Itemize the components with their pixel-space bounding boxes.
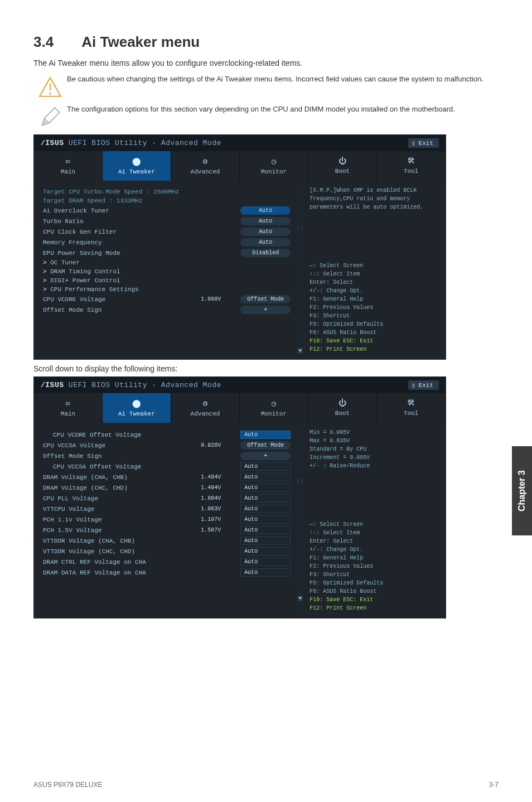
option-row[interactable]: DRAM CTRL REF Voltage on CHAAuto	[43, 558, 291, 566]
footer-page: 3-7	[489, 781, 499, 789]
exit-button[interactable]: ▯Exit	[408, 138, 439, 148]
bios-title: /ISUS UEFI BIOS Utility - Advanced Mode	[41, 381, 221, 389]
option-reading: 1.507V	[186, 527, 236, 533]
option-row[interactable]: CPU VCCSA Voltage0.920VOffset Mode	[43, 441, 291, 450]
tab-ai-tweaker[interactable]: ⬤Ai Tweaker	[103, 393, 171, 423]
option-row[interactable]: DRAM DATA REF Voltage on CHAAuto	[43, 568, 291, 577]
option-label: Ai Overclock Tuner	[43, 207, 236, 214]
hint-line: F12: Print Screen	[309, 345, 439, 354]
exit-button[interactable]: ▯Exit	[408, 380, 439, 390]
option-reading: 0.920V	[186, 442, 236, 448]
option-row[interactable]: Offset Mode Sign+	[43, 452, 291, 460]
tab-boot[interactable]: ⏻Boot	[308, 393, 377, 423]
option-value[interactable]: Auto	[240, 206, 291, 215]
option-value[interactable]: +	[240, 306, 291, 314]
option-value[interactable]: +	[240, 452, 291, 460]
option-value[interactable]: Auto	[240, 494, 291, 503]
option-value[interactable]: Auto	[240, 568, 291, 577]
section-subtitle: The Ai Tweaker menu items allow you to c…	[33, 59, 499, 67]
option-row[interactable]: CPU VCORE Voltage1.008VOffset Mode	[43, 295, 291, 303]
hint-line: ↑↓: Select Item	[309, 270, 439, 278]
option-row[interactable]: DRAM Voltage (CHA, CHB)1.494VAuto	[43, 473, 291, 481]
option-value[interactable]: Auto	[240, 558, 291, 566]
option-row[interactable]: Offset Mode Sign+	[43, 306, 291, 314]
option-value[interactable]: Auto	[240, 431, 291, 439]
option-label: VTTCPU Voltage	[43, 506, 181, 513]
option-row[interactable]: Turbo RatioAuto	[43, 217, 291, 225]
option-value[interactable]: Auto	[240, 484, 291, 492]
option-value[interactable]: Auto	[240, 505, 291, 513]
tab-main[interactable]: ≔Main	[34, 393, 103, 423]
option-row[interactable]: CPU VCCSA Offset VoltageAuto	[43, 462, 291, 471]
hint-line: F6: ASUS Ratio Boost	[309, 587, 439, 596]
option-value[interactable]: Auto	[240, 462, 291, 471]
section-number: 3.4	[33, 33, 78, 51]
option-reading: 1.008V	[186, 296, 236, 302]
hint-line: F10: Save ESC: Exit	[309, 337, 439, 345]
chapter-tab: Chapter 3	[512, 446, 532, 535]
tab-icon: ⚙	[171, 399, 239, 408]
brand-logo: /ISUS	[41, 139, 64, 147]
tab-icon: ◷	[240, 399, 308, 408]
option-row[interactable]: OC Tuner	[43, 259, 291, 266]
option-row[interactable]: CPU VCORE Offset VoltageAuto	[43, 431, 291, 439]
option-value[interactable]: Auto	[240, 217, 291, 225]
option-row[interactable]: CPU Performance Settings	[43, 286, 291, 293]
option-row[interactable]: CPU PLL Voltage1.804VAuto	[43, 494, 291, 503]
option-label: DRAM CTRL REF Voltage on CHA	[43, 559, 236, 566]
option-value[interactable]: Auto	[240, 537, 291, 545]
option-value[interactable]: Auto	[240, 526, 291, 534]
option-row[interactable]: PCH 1.5V Voltage1.507VAuto	[43, 526, 291, 534]
hint-line: F6: ASUS Ratio Boost	[309, 328, 439, 337]
option-value[interactable]: Auto	[240, 238, 291, 247]
scrollbar[interactable]: ▲ ▼	[297, 181, 303, 359]
scrollbar[interactable]: ▲ ▼	[297, 423, 303, 618]
option-label: CPU PLL Voltage	[43, 495, 181, 502]
hint-line: +/-: Change Opt.	[309, 545, 439, 554]
option-reading: 1.063V	[186, 506, 236, 512]
dram-speed-readout: Target DRAM Speed : 1333MHz	[43, 197, 291, 204]
tab-advanced[interactable]: ⚙Advanced	[171, 393, 240, 423]
tab-main[interactable]: ≔Main	[34, 151, 103, 181]
tab-tool[interactable]: 🛠Tool	[377, 393, 446, 423]
tab-monitor[interactable]: ◷Monitor	[240, 393, 308, 423]
option-reading: 1.804V	[186, 495, 236, 501]
option-row[interactable]: Memory FrequencyAuto	[43, 238, 291, 247]
option-row[interactable]: CPU Clock Gen FilterAuto	[43, 228, 291, 236]
tab-ai-tweaker[interactable]: ⬤Ai Tweaker	[103, 151, 171, 181]
option-row[interactable]: DIGI+ Power Control	[43, 277, 291, 284]
note-pencil-icon	[33, 104, 67, 129]
option-label: VTTDDR Voltage (CHA, CHB)	[43, 538, 236, 544]
bios-panel-1: /ISUS UEFI BIOS Utility - Advanced Mode …	[33, 134, 446, 360]
scroll-down-icon[interactable]: ▼	[297, 596, 303, 601]
option-value[interactable]: Auto	[240, 228, 291, 236]
option-row[interactable]: VTTCPU Voltage1.063VAuto	[43, 505, 291, 513]
option-row[interactable]: DRAM Timing Control	[43, 268, 291, 275]
bios-title-text: UEFI BIOS Utility - Advanced Mode	[69, 381, 221, 389]
option-value[interactable]: Offset Mode	[240, 441, 291, 450]
tab-icon: ⬤	[103, 399, 171, 408]
hint-line: F5: Optimized Defaults	[309, 579, 439, 587]
option-row[interactable]: VTTDDR Voltage (CHC, CHD)Auto	[43, 547, 291, 555]
option-value[interactable]: Auto	[240, 515, 291, 524]
option-value[interactable]: Offset Mode	[240, 295, 291, 303]
option-label: PCH 1.5V Voltage	[43, 527, 181, 534]
option-label: DRAM DATA REF Voltage on CHA	[43, 569, 236, 576]
option-label: Memory Frequency	[43, 239, 236, 246]
option-value[interactable]: Auto	[240, 547, 291, 555]
tab-boot[interactable]: ⏻Boot	[308, 151, 377, 181]
scroll-down-icon[interactable]: ▼	[297, 348, 303, 354]
option-label: DRAM Voltage (CHA, CHB)	[43, 474, 181, 481]
option-row[interactable]: DRAM Voltage (CHC, CHD)1.494VAuto	[43, 484, 291, 492]
tab-monitor[interactable]: ◷Monitor	[240, 151, 308, 181]
option-row[interactable]: EPU Power Saving ModeDisabled	[43, 249, 291, 257]
option-row[interactable]: VTTDDR Voltage (CHA, CHB)Auto	[43, 537, 291, 545]
option-row[interactable]: Ai Overclock TunerAuto	[43, 206, 291, 215]
option-row[interactable]: PCH 1.1v Voltage1.107VAuto	[43, 515, 291, 524]
option-value[interactable]: Auto	[240, 473, 291, 481]
tab-tool[interactable]: 🛠Tool	[377, 151, 446, 181]
tab-advanced[interactable]: ⚙Advanced	[171, 151, 240, 181]
option-label: VTTDDR Voltage (CHC, CHD)	[43, 548, 236, 555]
option-value[interactable]: Disabled	[240, 249, 291, 257]
help-line: Min = 0.005V	[309, 428, 439, 437]
